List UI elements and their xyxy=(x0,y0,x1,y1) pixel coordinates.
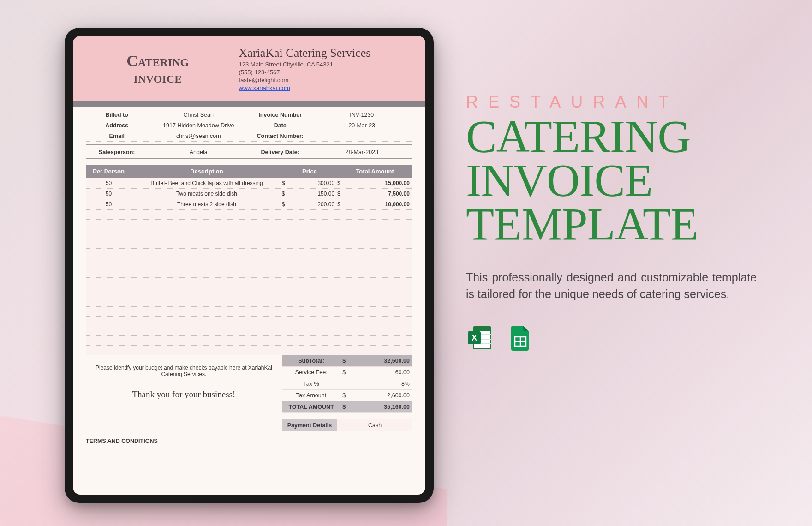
empty-row xyxy=(86,268,412,278)
company-name: XariaKai Catering Services xyxy=(239,46,412,60)
item-description: Buffet- Beef and Chick fajitas with all … xyxy=(131,178,282,188)
item-total: $10,000.00 xyxy=(337,199,412,209)
value-address: 1917 Hidden Meadow Drive xyxy=(148,120,249,131)
label-total: TOTAL AMOUNT xyxy=(282,401,340,412)
invoice-document: Catering invoice XariaKai Catering Servi… xyxy=(73,36,425,495)
value-tax-pct: 8% xyxy=(356,378,412,389)
empty-row xyxy=(86,278,412,287)
label-invoice-number: Invoice Number xyxy=(249,110,311,120)
empty-row xyxy=(86,249,412,258)
label-service-fee: Service Fee: xyxy=(282,367,340,378)
empty-row xyxy=(86,346,412,355)
item-per-person: 50 xyxy=(86,189,131,199)
label-address: Address xyxy=(86,120,148,131)
item-total: $15,000.00 xyxy=(337,178,412,188)
item-description: Three meats 2 side dish xyxy=(131,199,282,209)
label-email: Email xyxy=(86,131,148,141)
item-price: $300.00 xyxy=(282,178,337,188)
empty-row xyxy=(86,287,412,297)
header-divider xyxy=(73,101,425,107)
empty-row xyxy=(86,239,412,249)
col-per-person: Per Person xyxy=(86,165,131,178)
thanks-message: Thank you for your business! xyxy=(90,389,277,400)
item-total: $7,500.00 xyxy=(337,189,412,199)
value-billed-to: Christ Sean xyxy=(148,110,249,120)
currency: $ xyxy=(340,355,356,366)
promo-kicker: RESTAURANT xyxy=(466,92,757,112)
line-item: 50 Three meats 2 side dish $200.00 $10,0… xyxy=(86,199,412,210)
value-date: 20-Mar-23 xyxy=(311,120,412,131)
label-delivery-date: Delivery Date: xyxy=(249,146,311,158)
value-payment-details: Cash xyxy=(337,419,412,431)
line-item: 50 Buffet- Beef and Chick fajitas with a… xyxy=(86,178,412,189)
invoice-header: Catering invoice XariaKai Catering Servi… xyxy=(73,36,425,101)
line-item: 50 Two meats one side dish $150.00 $7,50… xyxy=(86,189,412,199)
items-body: 50 Buffet- Beef and Chick fajitas with a… xyxy=(73,178,425,355)
label-payment-details: Payment Details xyxy=(282,419,337,431)
promo-description: This professionally designed and customi… xyxy=(466,269,757,303)
label-tax-amount: Tax Amount xyxy=(282,390,340,401)
invoice-meta: Billed to Christ Sean Invoice Number INV… xyxy=(73,107,425,143)
svg-rect-1 xyxy=(473,327,491,331)
company-email: taste@delight.com xyxy=(239,77,412,84)
tablet-device: Catering invoice XariaKai Catering Servi… xyxy=(65,28,434,503)
svg-text:X: X xyxy=(472,333,477,342)
empty-row xyxy=(86,307,412,317)
footer-message: Please identify your budget and make che… xyxy=(90,365,277,377)
empty-row xyxy=(86,336,412,346)
empty-row xyxy=(86,220,412,229)
label-salesperson: Salesperson: xyxy=(86,146,148,158)
col-price: Price xyxy=(282,165,337,178)
label-contact-number: Contact Number: xyxy=(249,131,311,141)
item-description: Two meats one side dish xyxy=(131,189,282,199)
company-website[interactable]: www.xariahkai.com xyxy=(239,84,412,91)
value-contact-number xyxy=(311,131,412,141)
value-email: christ@sean.com xyxy=(148,131,249,141)
value-invoice-number: INV-1230 xyxy=(311,110,412,120)
sales-row: Salesperson: Angela Delivery Date: 28-Ma… xyxy=(86,144,412,160)
google-sheets-icon[interactable] xyxy=(507,324,534,352)
summary-block: SubTotal: $ 32,500.00 Service Fee: $ 60.… xyxy=(282,355,412,413)
terms-heading: TERMS AND CONDITIONS xyxy=(86,438,412,444)
company-info: XariaKai Catering Services 123 Main Stre… xyxy=(230,46,412,92)
excel-icon[interactable]: X xyxy=(466,324,494,352)
empty-row xyxy=(86,258,412,268)
empty-row xyxy=(86,297,412,307)
value-total: 35,160.00 xyxy=(356,401,412,412)
promo-title: CATERING INVOICE TEMPLATE xyxy=(466,114,757,246)
col-description: Description xyxy=(131,165,282,178)
item-price: $150.00 xyxy=(282,189,337,199)
empty-row xyxy=(86,229,412,239)
item-price: $200.00 xyxy=(282,199,337,209)
empty-row xyxy=(86,326,412,336)
company-address: 123 Main Street Cityville, CA 54321 xyxy=(239,61,412,68)
promo-panel: RESTAURANT CATERING INVOICE TEMPLATE Thi… xyxy=(466,92,757,352)
label-tax-pct: Tax % xyxy=(282,378,340,389)
item-per-person: 50 xyxy=(86,178,131,188)
invoice-title: Catering invoice xyxy=(86,53,230,85)
label-date: Date xyxy=(249,120,311,131)
value-delivery-date: 28-Mar-2023 xyxy=(311,146,412,158)
value-service-fee: 60.00 xyxy=(356,367,412,378)
label-billed-to: Billed to xyxy=(86,110,148,120)
payment-row: Payment Details Cash xyxy=(86,419,412,431)
value-subtotal: 32,500.00 xyxy=(356,355,412,366)
col-total: Total Amount xyxy=(337,165,412,178)
value-salesperson: Angela xyxy=(148,146,249,158)
invoice-footer: Please identify your budget and make che… xyxy=(86,355,412,413)
company-phone: (555) 123-4567 xyxy=(239,69,412,76)
items-header: Per Person Description Price Total Amoun… xyxy=(86,165,412,178)
empty-row xyxy=(86,210,412,220)
value-tax-amount: 2,600.00 xyxy=(356,390,412,401)
item-per-person: 50 xyxy=(86,199,131,209)
label-subtotal: SubTotal: xyxy=(282,355,340,366)
empty-row xyxy=(86,317,412,326)
